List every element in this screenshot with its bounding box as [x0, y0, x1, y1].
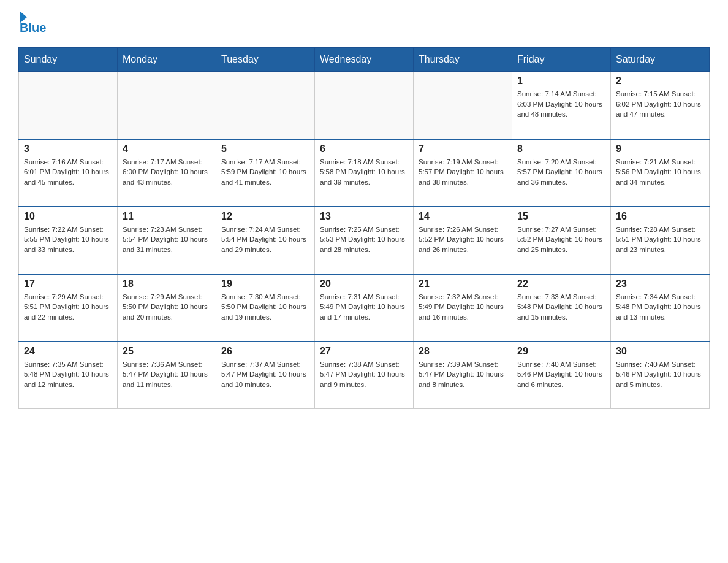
- week-row-5: 24Sunrise: 7:35 AM Sunset: 5:48 PM Dayli…: [19, 342, 710, 409]
- day-info: Sunrise: 7:21 AM Sunset: 5:56 PM Dayligh…: [616, 157, 704, 188]
- day-number: 29: [517, 346, 605, 357]
- page-header: Blue: [18, 12, 710, 35]
- day-number: 5: [221, 144, 309, 155]
- day-number: 19: [221, 278, 309, 289]
- calendar-cell: 15Sunrise: 7:27 AM Sunset: 5:52 PM Dayli…: [512, 207, 611, 274]
- day-info: Sunrise: 7:37 AM Sunset: 5:47 PM Dayligh…: [221, 359, 309, 390]
- day-info: Sunrise: 7:29 AM Sunset: 5:51 PM Dayligh…: [24, 292, 112, 323]
- day-info: Sunrise: 7:15 AM Sunset: 6:02 PM Dayligh…: [616, 89, 704, 120]
- day-number: 4: [123, 144, 211, 155]
- day-number: 21: [419, 278, 507, 289]
- calendar-cell: 5Sunrise: 7:17 AM Sunset: 5:59 PM Daylig…: [216, 139, 315, 207]
- calendar-cell: 8Sunrise: 7:20 AM Sunset: 5:57 PM Daylig…: [512, 139, 611, 207]
- day-info: Sunrise: 7:35 AM Sunset: 5:48 PM Dayligh…: [24, 359, 112, 390]
- calendar-table: SundayMondayTuesdayWednesdayThursdayFrid…: [18, 47, 710, 409]
- week-row-4: 17Sunrise: 7:29 AM Sunset: 5:51 PM Dayli…: [19, 274, 710, 342]
- day-number: 6: [320, 144, 408, 155]
- logo: Blue: [18, 12, 46, 35]
- weekday-header-row: SundayMondayTuesdayWednesdayThursdayFrid…: [19, 48, 710, 72]
- calendar-cell: [19, 72, 118, 139]
- day-number: 9: [616, 144, 704, 155]
- calendar-cell: 10Sunrise: 7:22 AM Sunset: 5:55 PM Dayli…: [19, 207, 118, 274]
- calendar-cell: 18Sunrise: 7:29 AM Sunset: 5:50 PM Dayli…: [118, 274, 216, 342]
- day-info: Sunrise: 7:17 AM Sunset: 6:00 PM Dayligh…: [123, 157, 211, 188]
- day-info: Sunrise: 7:24 AM Sunset: 5:54 PM Dayligh…: [221, 224, 309, 255]
- day-number: 13: [320, 211, 408, 222]
- day-info: Sunrise: 7:32 AM Sunset: 5:49 PM Dayligh…: [419, 292, 507, 323]
- day-info: Sunrise: 7:26 AM Sunset: 5:52 PM Dayligh…: [419, 224, 507, 255]
- calendar-cell: 29Sunrise: 7:40 AM Sunset: 5:46 PM Dayli…: [512, 342, 611, 409]
- calendar-cell: 19Sunrise: 7:30 AM Sunset: 5:50 PM Dayli…: [216, 274, 315, 342]
- day-info: Sunrise: 7:39 AM Sunset: 5:47 PM Dayligh…: [419, 359, 507, 390]
- day-info: Sunrise: 7:36 AM Sunset: 5:47 PM Dayligh…: [123, 359, 211, 390]
- calendar-cell: 17Sunrise: 7:29 AM Sunset: 5:51 PM Dayli…: [19, 274, 118, 342]
- day-info: Sunrise: 7:30 AM Sunset: 5:50 PM Dayligh…: [221, 292, 309, 323]
- calendar-cell: 9Sunrise: 7:21 AM Sunset: 5:56 PM Daylig…: [611, 139, 710, 207]
- calendar-cell: 27Sunrise: 7:38 AM Sunset: 5:47 PM Dayli…: [315, 342, 414, 409]
- calendar-cell: 3Sunrise: 7:16 AM Sunset: 6:01 PM Daylig…: [19, 139, 118, 207]
- calendar-cell: 11Sunrise: 7:23 AM Sunset: 5:54 PM Dayli…: [118, 207, 216, 274]
- day-number: 8: [517, 144, 605, 155]
- weekday-header-tuesday: Tuesday: [216, 48, 315, 72]
- calendar-cell: 2Sunrise: 7:15 AM Sunset: 6:02 PM Daylig…: [611, 72, 710, 139]
- calendar-cell: 12Sunrise: 7:24 AM Sunset: 5:54 PM Dayli…: [216, 207, 315, 274]
- day-number: 22: [517, 278, 605, 289]
- calendar-cell: 13Sunrise: 7:25 AM Sunset: 5:53 PM Dayli…: [315, 207, 414, 274]
- day-info: Sunrise: 7:25 AM Sunset: 5:53 PM Dayligh…: [320, 224, 408, 255]
- day-info: Sunrise: 7:31 AM Sunset: 5:49 PM Dayligh…: [320, 292, 408, 323]
- day-number: 24: [24, 346, 112, 357]
- calendar-cell: 24Sunrise: 7:35 AM Sunset: 5:48 PM Dayli…: [19, 342, 118, 409]
- day-number: 18: [123, 278, 211, 289]
- day-number: 20: [320, 278, 408, 289]
- calendar-cell: [414, 72, 512, 139]
- calendar-cell: [315, 72, 414, 139]
- day-info: Sunrise: 7:33 AM Sunset: 5:48 PM Dayligh…: [517, 292, 605, 323]
- day-number: 12: [221, 211, 309, 222]
- weekday-header-thursday: Thursday: [414, 48, 512, 72]
- weekday-header-monday: Monday: [118, 48, 216, 72]
- calendar-cell: 23Sunrise: 7:34 AM Sunset: 5:48 PM Dayli…: [611, 274, 710, 342]
- calendar-cell: 4Sunrise: 7:17 AM Sunset: 6:00 PM Daylig…: [118, 139, 216, 207]
- weekday-header-friday: Friday: [512, 48, 611, 72]
- calendar-cell: [216, 72, 315, 139]
- day-info: Sunrise: 7:38 AM Sunset: 5:47 PM Dayligh…: [320, 359, 408, 390]
- day-number: 28: [419, 346, 507, 357]
- day-number: 1: [517, 75, 605, 86]
- calendar-cell: [118, 72, 216, 139]
- day-info: Sunrise: 7:29 AM Sunset: 5:50 PM Dayligh…: [123, 292, 211, 323]
- calendar-cell: 7Sunrise: 7:19 AM Sunset: 5:57 PM Daylig…: [414, 139, 512, 207]
- day-info: Sunrise: 7:23 AM Sunset: 5:54 PM Dayligh…: [123, 224, 211, 255]
- day-number: 26: [221, 346, 309, 357]
- day-number: 27: [320, 346, 408, 357]
- day-info: Sunrise: 7:22 AM Sunset: 5:55 PM Dayligh…: [24, 224, 112, 255]
- day-info: Sunrise: 7:17 AM Sunset: 5:59 PM Dayligh…: [221, 157, 309, 188]
- week-row-3: 10Sunrise: 7:22 AM Sunset: 5:55 PM Dayli…: [19, 207, 710, 274]
- day-info: Sunrise: 7:27 AM Sunset: 5:52 PM Dayligh…: [517, 224, 605, 255]
- calendar-cell: 20Sunrise: 7:31 AM Sunset: 5:49 PM Dayli…: [315, 274, 414, 342]
- day-info: Sunrise: 7:40 AM Sunset: 5:46 PM Dayligh…: [517, 359, 605, 390]
- calendar-cell: 26Sunrise: 7:37 AM Sunset: 5:47 PM Dayli…: [216, 342, 315, 409]
- calendar-cell: 22Sunrise: 7:33 AM Sunset: 5:48 PM Dayli…: [512, 274, 611, 342]
- day-info: Sunrise: 7:40 AM Sunset: 5:46 PM Dayligh…: [616, 359, 704, 390]
- calendar-cell: 1Sunrise: 7:14 AM Sunset: 6:03 PM Daylig…: [512, 72, 611, 139]
- logo-sub: Blue: [20, 21, 46, 35]
- day-number: 2: [616, 75, 704, 86]
- weekday-header-sunday: Sunday: [19, 48, 118, 72]
- week-row-1: 1Sunrise: 7:14 AM Sunset: 6:03 PM Daylig…: [19, 72, 710, 139]
- week-row-2: 3Sunrise: 7:16 AM Sunset: 6:01 PM Daylig…: [19, 139, 710, 207]
- day-info: Sunrise: 7:16 AM Sunset: 6:01 PM Dayligh…: [24, 157, 112, 188]
- day-number: 17: [24, 278, 112, 289]
- day-number: 3: [24, 144, 112, 155]
- day-info: Sunrise: 7:19 AM Sunset: 5:57 PM Dayligh…: [419, 157, 507, 188]
- day-info: Sunrise: 7:28 AM Sunset: 5:51 PM Dayligh…: [616, 224, 704, 255]
- day-info: Sunrise: 7:20 AM Sunset: 5:57 PM Dayligh…: [517, 157, 605, 188]
- calendar-cell: 30Sunrise: 7:40 AM Sunset: 5:46 PM Dayli…: [611, 342, 710, 409]
- day-info: Sunrise: 7:14 AM Sunset: 6:03 PM Dayligh…: [517, 89, 605, 120]
- weekday-header-saturday: Saturday: [611, 48, 710, 72]
- day-number: 30: [616, 346, 704, 357]
- day-number: 23: [616, 278, 704, 289]
- day-number: 15: [517, 211, 605, 222]
- calendar-cell: 28Sunrise: 7:39 AM Sunset: 5:47 PM Dayli…: [414, 342, 512, 409]
- day-info: Sunrise: 7:34 AM Sunset: 5:48 PM Dayligh…: [616, 292, 704, 323]
- calendar-cell: 6Sunrise: 7:18 AM Sunset: 5:58 PM Daylig…: [315, 139, 414, 207]
